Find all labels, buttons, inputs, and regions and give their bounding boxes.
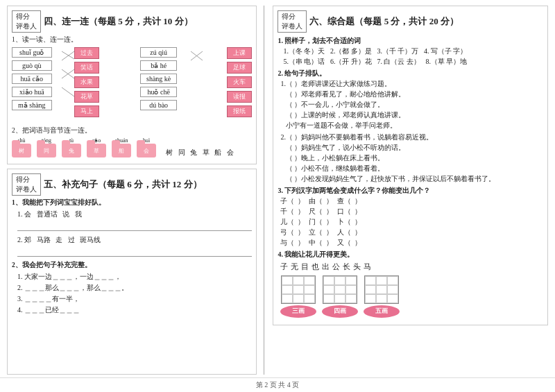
q4-groups: 三画 四画 [280, 275, 540, 318]
q2-group2: 2.（ ）妈妈叫他不要躺着看书，说躺着容易近视。 （ ）妈妈生气了，说小松不听劝… [278, 132, 543, 184]
score-tag-5: 得分 评卷人 [12, 173, 41, 196]
folder-1: shù 树 [12, 137, 31, 157]
section6: 得分 评卷人 六、综合题（每题 5 分，共计 20 分） 1. 照样子，划去不合… [273, 6, 548, 325]
stroke3-grid [281, 275, 316, 304]
q4: 4. 我能让花儿开得更美。 子 无 目 也 出 公 长 头 马 [278, 249, 543, 318]
folder-5: chuán 船 [112, 137, 131, 157]
left-column: 得分 评卷人 四、连一连（每题 5 分，共计 10 分） 1、读一读、连一连。 … [7, 6, 264, 375]
q4-chars: 子 无 目 也 出 公 长 头 马 [280, 261, 540, 273]
stroke3-group: 三画 [280, 275, 316, 318]
section5-title: 五、补充句子（每题 6 分，共计 12 分） [44, 178, 202, 191]
section5: 得分 评卷人 五、补充句子（每题 6 分，共计 12 分） 1、我能把下列词宝宝… [7, 169, 257, 375]
q4-title: 4. 我能让花儿开得更美。 [278, 250, 354, 258]
q3-title: 3. 下列汉字加两笔会变成什么字？你能变出几个？ [278, 187, 430, 194]
q1-row2: 5.（串 电）话 6.（开 升）花 7. 白（云 去） 8.（草 早）地 [278, 56, 543, 67]
section5-sub1: 1、我能把下列词宝宝排好队。 [12, 198, 252, 207]
svg-line-4 [62, 87, 74, 96]
connect-lines-svg [12, 47, 252, 123]
connect-area: shuǐ guǒ guò qù huā cǎo xiǎo huā mǎ shàn… [12, 47, 252, 123]
page: 得分 评卷人 四、连一连（每题 5 分，共计 10 分） 1、读一读、连一连。 … [0, 0, 555, 392]
drum3: 三画 [280, 305, 316, 318]
section6-header: 得分 评卷人 六、综合题（每题 5 分，共计 20 分） [278, 10, 543, 33]
folder-row: shù 树 tóng 同 tù 兔 cǎo 草 [12, 137, 252, 157]
stroke5-group: 五画 [364, 275, 400, 318]
section4-title: 四、连一连（每题 5 分，共计 10 分） [44, 15, 193, 28]
q3: 3. 下列汉字加两笔会变成什么字？你能变出几个？ 子（ ） 由（ ） 查（ ） … [278, 185, 543, 248]
section5-header: 得分 评卷人 五、补充句子（每题 6 分，共计 12 分） [12, 173, 252, 196]
q2-title: 2. 给句子排队。 [278, 69, 326, 77]
q1-title: 1. 照样子，划去不合适的词 [278, 37, 361, 44]
section4-header: 得分 评卷人 四、连一连（每题 5 分，共计 10 分） [12, 10, 252, 33]
q1: 1. 照样子，划去不合适的词 1.（冬 冬）天 2.（都 多）是 3.（千 千）… [278, 35, 543, 67]
right-column: 得分 评卷人 六、综合题（每题 5 分，共计 20 分） 1. 照样子，划去不合… [270, 6, 548, 375]
stroke5-grid [364, 275, 399, 304]
section4-sub2: 2、把词语与音节连一连。 [12, 126, 252, 135]
score-tag-6: 得分 评卷人 [278, 10, 307, 33]
section4-sub1: 1、读一读、连一连。 [12, 35, 252, 44]
section5-item1: 1. 会 普通话 说 我 2. 郊 马路 走 过 斑马线 [17, 210, 252, 257]
main-content: 得分 评卷人 四、连一连（每题 5 分，共计 10 分） 1、读一读、连一连。 … [0, 0, 555, 377]
folder-3: tù 兔 [62, 137, 81, 157]
drum5: 五画 [364, 305, 400, 318]
stroke4-grid [323, 275, 357, 304]
q2: 2. 给句子排队。 1.（ ）老师讲课还让大家做练习题。 （ ）邓老师看见了，耐… [278, 68, 543, 184]
q1-row1: 1.（冬 冬）天 2.（都 多）是 3.（千 千）万 4. 写（子 字） [278, 46, 543, 56]
drum4: 四画 [322, 305, 358, 318]
section5-fill: 1. 大家一边＿＿＿，一边＿＿＿， 2. ＿＿＿那么＿＿＿，那么＿＿＿。 3. … [17, 272, 252, 315]
section5-sub2: 2、我会把句子补充完整。 [12, 261, 252, 270]
section4: 得分 评卷人 四、连一连（每题 5 分，共计 10 分） 1、读一读、连一连。 … [7, 6, 257, 164]
section6-title: 六、综合题（每题 5 分，共计 20 分） [309, 15, 459, 28]
page-footer: 第 2 页 共 4 页 [0, 377, 555, 392]
folder-6: huì 会 [137, 137, 156, 157]
score-tag-4: 得分 评卷人 [12, 10, 41, 33]
q2-group1: 1.（ ）老师讲课还让大家做练习题。 （ ）邓老师看见了，耐心地给他讲解。 （ … [278, 78, 543, 130]
folder-labels: 树 同 兔 草 船 会 [166, 148, 234, 157]
folder-2: tóng 同 [37, 137, 56, 157]
folder-4: cǎo 草 [87, 137, 106, 157]
stroke4-group: 四画 [322, 275, 358, 318]
q3-table: 子（ ） 由（ ） 查（ ） 千（ ） 尺（ ） 口（ ） 儿（ ） 门（ ） [278, 196, 543, 248]
